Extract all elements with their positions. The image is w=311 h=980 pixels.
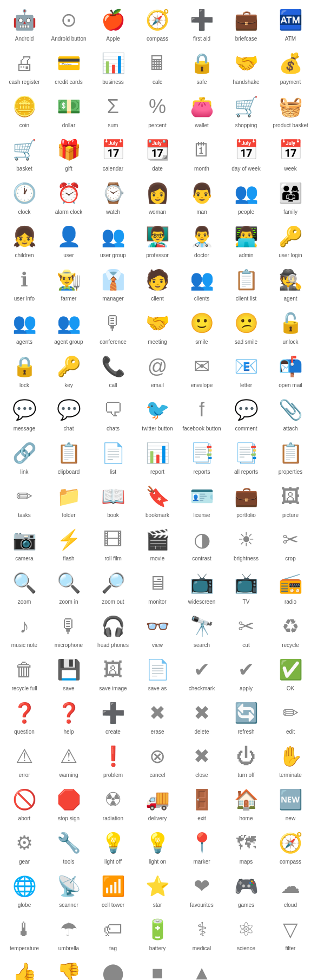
- icon-cell-edit[interactable]: ✏edit: [268, 695, 311, 739]
- icon-cell-round-button[interactable]: ⬤Round button: [91, 955, 135, 980]
- icon-cell-refresh[interactable]: 🔄refresh: [224, 695, 268, 739]
- icon-cell-facebook-button[interactable]: ffacebook button: [180, 392, 224, 435]
- icon-cell-cut[interactable]: ✂cut: [224, 609, 268, 652]
- icon-cell-android[interactable]: 🤖Android: [2, 2, 47, 45]
- icon-cell-camera[interactable]: 📷camera: [2, 522, 47, 565]
- icon-cell-month[interactable]: 🗓month: [180, 132, 224, 175]
- icon-cell-microphone[interactable]: 🎙microphone: [47, 609, 91, 652]
- icon-cell-week[interactable]: 📅week: [268, 132, 311, 175]
- icon-cell-view[interactable]: 👓view: [135, 609, 180, 652]
- icon-cell-comment[interactable]: 💬comment: [224, 392, 268, 435]
- icon-cell-first-aid[interactable]: ➕first aid: [180, 2, 224, 45]
- icon-cell-professor[interactable]: 👨‍🏫professor: [135, 219, 180, 262]
- icon-cell-good-mark[interactable]: 👍good mark: [2, 955, 47, 980]
- icon-cell-basket[interactable]: 🛒basket: [2, 132, 47, 175]
- icon-cell-envelope[interactable]: ✉envelope: [180, 349, 224, 392]
- icon-cell-farmer[interactable]: 👨‍🌾farmer: [47, 262, 91, 305]
- icon-cell-client-list[interactable]: 📋client list: [224, 262, 268, 305]
- icon-cell-link[interactable]: 🔗link: [2, 435, 47, 479]
- icon-cell-user-login[interactable]: 🔑user login: [268, 219, 311, 262]
- icon-cell-attach[interactable]: 📎attach: [268, 392, 311, 435]
- icon-cell-admin[interactable]: 👨‍💻admin: [224, 219, 268, 262]
- icon-cell-product-basket[interactable]: 🧺product basket: [268, 89, 311, 132]
- icon-cell-message[interactable]: 💬message: [2, 392, 47, 435]
- icon-cell-head-phones[interactable]: 🎧head phones: [91, 609, 135, 652]
- icon-cell-widescreen[interactable]: 📺widescreen: [180, 565, 224, 609]
- icon-cell-calendar[interactable]: 📅calendar: [91, 132, 135, 175]
- icon-cell-license[interactable]: 🪪license: [180, 479, 224, 522]
- icon-cell-user-info[interactable]: ℹuser info: [2, 262, 47, 305]
- icon-cell-woman[interactable]: 👩woman: [135, 175, 180, 219]
- icon-cell-star[interactable]: ⭐star: [135, 868, 180, 912]
- icon-cell-chat[interactable]: 💬chat: [47, 392, 91, 435]
- icon-cell-zoom[interactable]: 🔍zoom: [2, 565, 47, 609]
- icon-cell-new[interactable]: 🆕new: [268, 782, 311, 825]
- icon-cell-key[interactable]: 🔑key: [47, 349, 91, 392]
- icon-cell-user-group[interactable]: 👥user group: [91, 219, 135, 262]
- icon-cell-user[interactable]: 👤user: [47, 219, 91, 262]
- icon-cell-date[interactable]: 📆date: [135, 132, 180, 175]
- icon-cell-book[interactable]: 📖book: [91, 479, 135, 522]
- icon-cell-twitter-button[interactable]: 🐦twitter button: [135, 392, 180, 435]
- icon-cell-chats[interactable]: 🗨chats: [91, 392, 135, 435]
- icon-cell-battery[interactable]: 🔋battery: [135, 912, 180, 955]
- icon-cell-gift[interactable]: 🎁gift: [47, 132, 91, 175]
- icon-cell-turn-off[interactable]: ⏻turn off: [224, 739, 268, 782]
- icon-cell-flash[interactable]: ⚡flash: [47, 522, 91, 565]
- icon-cell-favourites[interactable]: ❤favourites: [180, 868, 224, 912]
- icon-cell-cell-tower[interactable]: 📶cell tower: [91, 868, 135, 912]
- icon-cell-abort[interactable]: 🚫abort: [2, 782, 47, 825]
- icon-cell-doctor[interactable]: 👨‍⚕️doctor: [180, 219, 224, 262]
- icon-cell-lock[interactable]: 🔒lock: [2, 349, 47, 392]
- icon-cell-watch[interactable]: ⌚watch: [91, 175, 135, 219]
- icon-cell-roll-film[interactable]: 🎞roll film: [91, 522, 135, 565]
- icon-cell-home[interactable]: 🏠home: [224, 782, 268, 825]
- icon-cell-gear[interactable]: ⚙gear: [2, 825, 47, 868]
- icon-cell-zoom-out[interactable]: 🔎zoom out: [91, 565, 135, 609]
- icon-cell-handshake[interactable]: 🤝handshake: [224, 45, 268, 89]
- icon-cell-maps[interactable]: 🗺maps: [224, 825, 268, 868]
- icon-cell-square-button[interactable]: ■Square button: [135, 955, 180, 980]
- icon-cell-day-of-week[interactable]: 📅day of week: [224, 132, 268, 175]
- icon-cell-meeting[interactable]: 🤝meeting: [135, 305, 180, 349]
- icon-cell-bookmark[interactable]: 🔖bookmark: [135, 479, 180, 522]
- icon-cell-help[interactable]: ❓help: [47, 695, 91, 739]
- icon-cell-triangle[interactable]: ▲Triangle: [180, 955, 224, 980]
- icon-cell-erase[interactable]: ✖erase: [135, 695, 180, 739]
- icon-cell-coin[interactable]: 🪙coin: [2, 89, 47, 132]
- icon-cell-client[interactable]: 🧑client: [135, 262, 180, 305]
- icon-cell-sad-smile[interactable]: 😕sad smile: [224, 305, 268, 349]
- icon-cell-alarm-clock[interactable]: ⏰alarm clock: [47, 175, 91, 219]
- icon-cell-unlock[interactable]: 🔓unlock: [268, 305, 311, 349]
- icon-cell-save-image[interactable]: 🖼save image: [91, 652, 135, 695]
- icon-cell-wallet[interactable]: 👛wallet: [180, 89, 224, 132]
- icon-cell-tools[interactable]: 🔧tools: [47, 825, 91, 868]
- icon-cell-children[interactable]: 👧children: [2, 219, 47, 262]
- icon-cell-call[interactable]: 📞call: [91, 349, 135, 392]
- icon-cell-checkmark[interactable]: ✔checkmark: [180, 652, 224, 695]
- icon-cell-credit-cards[interactable]: 💳credit cards: [47, 45, 91, 89]
- icon-cell-dollar[interactable]: 💵dollar: [47, 89, 91, 132]
- icon-cell-briefcase[interactable]: 💼briefcase: [224, 2, 268, 45]
- icon-cell-filter[interactable]: ▽filter: [268, 912, 311, 955]
- icon-cell-clipboard[interactable]: 📋clipboard: [47, 435, 91, 479]
- icon-cell-movie[interactable]: 🎬movie: [135, 522, 180, 565]
- icon-cell-search[interactable]: 🔭search: [180, 609, 224, 652]
- icon-cell-warning[interactable]: ⚠warning: [47, 739, 91, 782]
- icon-cell-business[interactable]: 📊business: [91, 45, 135, 89]
- icon-cell-portfolio[interactable]: 💼portfolio: [224, 479, 268, 522]
- icon-cell-email[interactable]: @email: [135, 349, 180, 392]
- icon-cell-compass[interactable]: 🧭compass: [135, 2, 180, 45]
- icon-cell-picture[interactable]: 🖼picture: [268, 479, 311, 522]
- icon-cell-all-reports[interactable]: 📑all reports: [224, 435, 268, 479]
- icon-cell-sum[interactable]: Σsum: [91, 89, 135, 132]
- icon-cell-clients[interactable]: 👥clients: [180, 262, 224, 305]
- icon-cell-tasks[interactable]: ✏tasks: [2, 479, 47, 522]
- icon-cell-report[interactable]: 📊report: [135, 435, 180, 479]
- icon-cell-light-on[interactable]: 💡light on: [135, 825, 180, 868]
- icon-cell-stop-sign[interactable]: 🛑stop sign: [47, 782, 91, 825]
- icon-cell-science[interactable]: ⚛science: [224, 912, 268, 955]
- icon-cell-properties[interactable]: 📋properties: [268, 435, 311, 479]
- icon-cell-people[interactable]: 👥people: [224, 175, 268, 219]
- icon-cell-android-button[interactable]: ⊙Android button: [47, 2, 91, 45]
